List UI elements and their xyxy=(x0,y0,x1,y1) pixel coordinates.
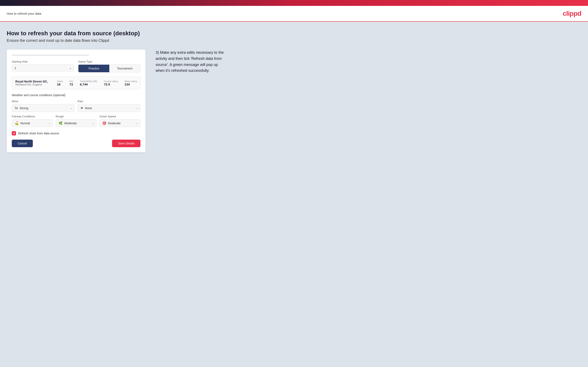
practice-button[interactable]: Practice xyxy=(78,65,109,72)
refresh-checkbox-label: Refresh shots from data source xyxy=(18,132,59,135)
wind-group: Wind 🌬 Strong ⌄ xyxy=(12,100,75,112)
course-info-text: Royal North Devon GC, Westward Ho!, Engl… xyxy=(15,80,48,86)
save-button[interactable]: Save Details xyxy=(112,140,140,147)
weather-section: Weather and course conditions (optional)… xyxy=(12,93,140,127)
game-type-group: Game Type Practice Tournament xyxy=(78,60,140,72)
rain-icon: ☀ xyxy=(80,106,83,110)
fairway-rough-green-row: Fairway Conditions ⛳ Normal ⌄ Rough 🌿 Mo… xyxy=(12,115,140,127)
refresh-checkbox-row[interactable]: Refresh shots from data source xyxy=(12,131,140,135)
refresh-checkbox[interactable] xyxy=(12,131,16,135)
rough-value: Moderate xyxy=(64,122,94,125)
holes-value: 18 xyxy=(57,83,63,86)
slope-rating-stat: Slope rating 134 xyxy=(124,80,137,86)
wind-value: Strong xyxy=(19,107,72,110)
course-rating-value: 72.5 xyxy=(104,83,118,86)
wind-label: Wind xyxy=(12,100,75,103)
fairway-label: Fairway Conditions xyxy=(12,115,53,118)
top-bar xyxy=(0,0,588,6)
rough-icon: 🌿 xyxy=(59,121,63,125)
wind-rain-row: Wind 🌬 Strong ⌄ Rain ☀ None ⌄ xyxy=(12,100,140,112)
yards-label: Yards/White (M)) xyxy=(80,80,97,83)
starting-hole-game-type-row: Starting Hole 1 ⌄ Game Type Practice Tou… xyxy=(12,60,140,72)
course-info-top: Royal North Devon GC, Westward Ho!, Engl… xyxy=(15,80,137,86)
starting-hole-value: 1 xyxy=(15,66,71,70)
holes-stat: Holes 18 xyxy=(57,80,63,86)
button-row: Cancel Save Details xyxy=(12,140,140,147)
green-speed-group: Green Speed 🎯 Moderate ⌄ xyxy=(99,115,140,127)
green-speed-value: Moderate xyxy=(108,122,138,125)
game-type-label: Game Type xyxy=(78,60,140,63)
rough-select-wrapper[interactable]: 🌿 Moderate ⌄ xyxy=(56,119,97,127)
course-name: Royal North Devon GC, xyxy=(15,80,48,83)
slope-rating-value: 134 xyxy=(124,83,137,86)
par-value: 72 xyxy=(69,83,73,86)
fairway-group: Fairway Conditions ⛳ Normal ⌄ xyxy=(12,115,53,127)
form-card: Starting Hole 1 ⌄ Game Type Practice Tou… xyxy=(7,50,146,152)
starting-hole-select-wrapper[interactable]: 1 ⌄ xyxy=(12,65,74,72)
game-type-buttons: Practice Tournament xyxy=(78,65,140,72)
rough-group: Rough 🌿 Moderate ⌄ xyxy=(56,115,97,127)
course-stats: Holes 18 Par 72 Yards/White (M)) 6,744 xyxy=(57,80,137,86)
rain-select-wrapper[interactable]: ☀ None ⌄ xyxy=(78,104,140,112)
header: How to refresh your data clippd xyxy=(0,6,588,22)
wind-icon: 🌬 xyxy=(15,106,18,110)
top-partial-indicator xyxy=(12,55,89,56)
tournament-button[interactable]: Tournament xyxy=(109,65,140,72)
rough-label: Rough xyxy=(56,115,97,118)
par-stat: Par 72 xyxy=(69,80,73,86)
starting-hole-group: Starting Hole 1 ⌄ xyxy=(12,60,74,72)
page-subheading: Ensure the correct and most up to date d… xyxy=(7,38,581,43)
course-rating-label: Course rating xyxy=(104,80,118,83)
checkmark-icon xyxy=(13,132,15,134)
rain-group: Rain ☀ None ⌄ xyxy=(78,100,140,112)
starting-hole-label: Starting Hole xyxy=(12,60,74,63)
header-title: How to refresh your data xyxy=(7,12,41,15)
rain-value: None xyxy=(85,107,138,110)
cancel-button[interactable]: Cancel xyxy=(12,140,33,147)
content-area: Starting Hole 1 ⌄ Game Type Practice Tou… xyxy=(7,50,581,152)
main-content: How to refresh your data from source (de… xyxy=(0,22,588,367)
fairway-select-wrapper[interactable]: ⛳ Normal ⌄ xyxy=(12,119,53,127)
rain-label: Rain xyxy=(78,100,140,103)
yards-stat: Yards/White (M)) 6,744 xyxy=(80,80,97,86)
logo: clippd xyxy=(563,10,581,17)
holes-label: Holes xyxy=(57,80,63,83)
fairway-icon: ⛳ xyxy=(15,121,19,125)
green-speed-icon: 🎯 xyxy=(102,121,106,125)
wind-select-wrapper[interactable]: 🌬 Strong ⌄ xyxy=(12,104,75,112)
side-note: 3) Make any extra edits necessary to the… xyxy=(156,50,227,74)
yards-value: 6,744 xyxy=(80,83,97,86)
page-heading: How to refresh your data from source (de… xyxy=(7,30,581,37)
green-speed-label: Green Speed xyxy=(99,115,140,118)
course-rating-stat: Course rating 72.5 xyxy=(104,80,118,86)
slope-rating-label: Slope rating xyxy=(124,80,137,83)
green-speed-select-wrapper[interactable]: 🎯 Moderate ⌄ xyxy=(99,119,140,127)
fairway-value: Normal xyxy=(20,122,50,125)
weather-section-title: Weather and course conditions (optional) xyxy=(12,93,140,97)
par-label: Par xyxy=(69,80,73,83)
course-location: Westward Ho!, England xyxy=(15,83,48,86)
course-info-box: Royal North Devon GC, Westward Ho!, Engl… xyxy=(12,77,140,89)
